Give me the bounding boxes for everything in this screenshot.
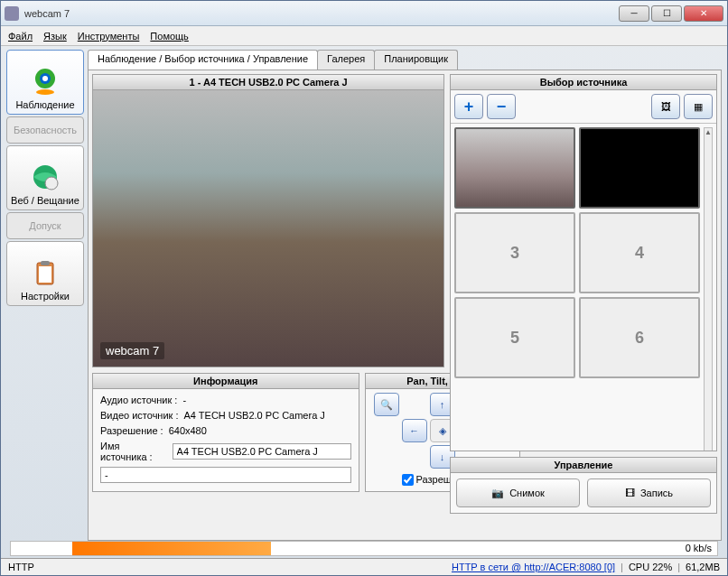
- info-res-value: 640x480: [169, 425, 207, 436]
- nav-security: Безопасность: [6, 116, 84, 144]
- clipboard-icon: [29, 256, 61, 289]
- source-name-input[interactable]: [173, 443, 351, 460]
- record-button[interactable]: 🎞 Запись: [587, 478, 711, 507]
- video-panel: 1 - A4 TECH USB2.0 PC Camera J webcam 7: [92, 74, 444, 367]
- status-cpu: CPU 22%: [629, 562, 672, 572]
- source-slot-1[interactable]: [454, 127, 575, 209]
- nav-monitoring[interactable]: Наблюдение: [6, 50, 84, 115]
- arrow-up-icon: ↑: [440, 399, 445, 410]
- source-slot-6[interactable]: 6: [579, 297, 700, 378]
- ptz-enabled-checkbox[interactable]: [402, 474, 414, 486]
- webcam-icon: [29, 65, 61, 98]
- svg-rect-7: [39, 266, 51, 283]
- menu-language[interactable]: Язык: [43, 31, 67, 42]
- nav-security-label: Безопасность: [14, 125, 77, 135]
- grid-icon: ▦: [694, 101, 703, 113]
- svg-rect-8: [41, 261, 50, 265]
- maximize-button[interactable]: ☐: [651, 5, 682, 22]
- target-icon: ◈: [439, 425, 446, 437]
- source-slot-5[interactable]: 5: [454, 297, 575, 378]
- add-source-button[interactable]: +: [454, 94, 483, 119]
- nav-access-label: Допуск: [29, 220, 61, 231]
- record-label: Запись: [640, 488, 673, 498]
- status-mem: 61,2MB: [686, 562, 720, 572]
- tab-main[interactable]: Наблюдение / Выбор источника / Управлени…: [88, 50, 318, 70]
- tab-gallery[interactable]: Галерея: [317, 50, 375, 70]
- tab-strip: Наблюдение / Выбор источника / Управлени…: [88, 50, 722, 70]
- controls-panel: Управление 📷 Снимок 🎞 Запись: [450, 457, 717, 514]
- source-slot-4[interactable]: 4: [579, 212, 700, 293]
- ptz-left-button[interactable]: ←: [402, 419, 427, 442]
- info-res-label: Разрешение :: [100, 425, 163, 436]
- close-button[interactable]: ✕: [684, 5, 723, 22]
- bandwidth-fill: [72, 542, 271, 555]
- bandwidth-bar: 0 kb/s: [10, 541, 718, 556]
- arrow-left-icon: ←: [409, 425, 419, 436]
- minimize-button[interactable]: ─: [619, 5, 649, 22]
- info-video-value: A4 TECH USB2.0 PC Camera J: [184, 410, 325, 421]
- menu-file[interactable]: Файл: [8, 31, 33, 42]
- globe-icon: [29, 161, 61, 193]
- zoom-out-icon: 🔍: [380, 399, 393, 411]
- plus-icon: +: [464, 98, 474, 116]
- status-link[interactable]: HTTP в сети @ http://ACER:8080 [0]: [452, 562, 615, 572]
- info-audio-label: Аудио источник :: [100, 395, 177, 405]
- app-icon: [5, 6, 19, 21]
- ptz-zoom-out-button[interactable]: 🔍: [374, 393, 399, 416]
- camera-icon: 📷: [491, 488, 504, 499]
- menu-tools[interactable]: Инструменты: [78, 31, 140, 42]
- video-preview[interactable]: webcam 7: [93, 90, 443, 367]
- video-watermark: webcam 7: [100, 342, 164, 359]
- nav-settings-label: Настройки: [21, 291, 70, 302]
- source-image-button[interactable]: 🖼: [651, 94, 680, 119]
- source-select-panel: Выбор источника + − 🖼 ▦: [450, 74, 717, 451]
- snapshot-button[interactable]: 📷 Снимок: [456, 478, 580, 507]
- svg-point-5: [45, 177, 58, 190]
- left-nav: Наблюдение Безопасность Веб / Вещание До…: [6, 50, 84, 541]
- window-title: webcam 7: [24, 8, 617, 19]
- snapshot-label: Снимок: [509, 488, 545, 498]
- nav-web-label: Веб / Вещание: [11, 195, 79, 206]
- info-video-label: Видео источник :: [100, 410, 179, 421]
- titlebar: webcam 7 ─ ☐ ✕: [1, 1, 727, 26]
- nav-monitoring-label: Наблюдение: [15, 99, 74, 110]
- menu-help[interactable]: Помощь: [150, 31, 189, 42]
- bandwidth-rate: 0 kb/s: [686, 543, 712, 553]
- nav-access: Допуск: [6, 212, 84, 239]
- info-panel: Информация Аудио источник : - Видео исто…: [92, 373, 359, 492]
- statusbar: HTTP HTTP в сети @ http://ACER:8080 [0] …: [1, 558, 727, 575]
- film-icon: 🎞: [625, 488, 635, 498]
- nav-settings[interactable]: Настройки: [6, 241, 84, 306]
- source-extra-input[interactable]: [100, 467, 351, 483]
- source-slot-3[interactable]: 3: [454, 212, 575, 293]
- source-grid-button[interactable]: ▦: [684, 94, 713, 119]
- status-http: HTTP: [8, 562, 34, 572]
- info-name-label: Имя источника :: [100, 441, 167, 462]
- info-header: Информация: [93, 374, 359, 389]
- arrow-down-icon: ↓: [440, 451, 445, 462]
- image-icon: 🖼: [661, 101, 671, 112]
- nav-web[interactable]: Веб / Вещание: [6, 145, 84, 210]
- source-select-header: Выбор источника: [451, 75, 716, 90]
- svg-point-2: [42, 76, 48, 81]
- source-slot-2[interactable]: [579, 127, 700, 209]
- video-title: 1 - A4 TECH USB2.0 PC Camera J: [93, 75, 443, 90]
- controls-header: Управление: [451, 458, 716, 473]
- source-scrollbar[interactable]: [704, 127, 713, 451]
- info-audio-value: -: [182, 395, 186, 405]
- tab-scheduler[interactable]: Планировщик: [374, 50, 458, 70]
- minus-icon: −: [497, 98, 507, 116]
- remove-source-button[interactable]: −: [487, 94, 516, 119]
- menubar: Файл Язык Инструменты Помощь: [1, 26, 727, 46]
- svg-point-3: [36, 89, 54, 95]
